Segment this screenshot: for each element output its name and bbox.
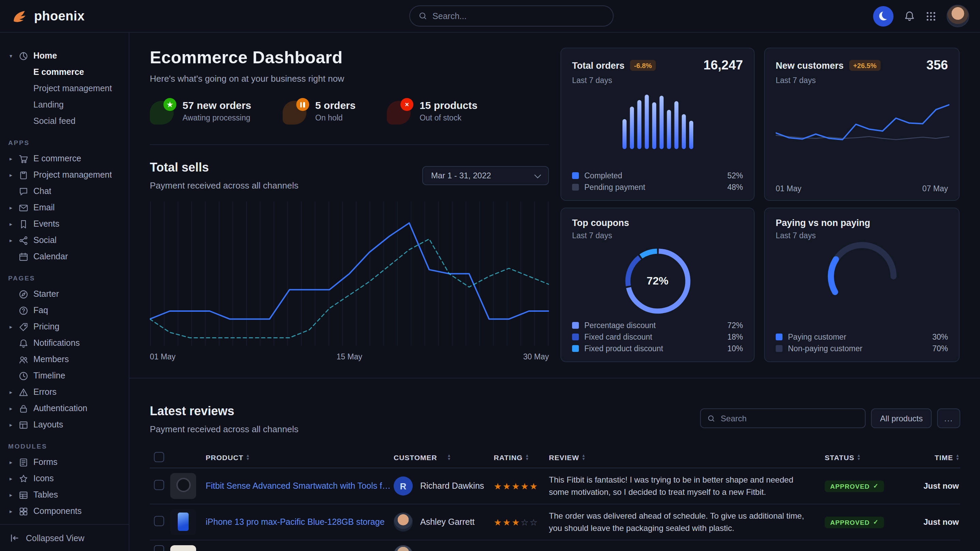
column-header-rating[interactable]: RATING▴▾ [494, 453, 549, 461]
user-avatar[interactable] [947, 5, 969, 27]
star-icon: ★ [494, 517, 503, 527]
brand[interactable]: phoenix [11, 8, 85, 24]
sidebar-item-components[interactable]: ▸Components [8, 503, 121, 519]
sidebar-item-members[interactable]: Members [8, 351, 121, 368]
legend-value: 70% [932, 344, 948, 352]
total-sells-x-axis: 01 May 15 May 30 May [150, 353, 549, 361]
sidebar-item-faq[interactable]: Faq [8, 302, 121, 319]
legend-color [572, 333, 579, 340]
chevron-right-icon: ▸ [8, 237, 14, 243]
customer-name: Ashley Garrett [420, 517, 475, 527]
clock-icon [18, 371, 29, 381]
select-all-checkbox[interactable] [154, 452, 164, 462]
product-link[interactable]: Fitbit Sense Advanced Smartwatch with To… [206, 481, 394, 491]
row-checkbox[interactable] [154, 516, 164, 526]
row-checkbox[interactable] [154, 480, 164, 490]
sidebar-nav: ▾HomeE commerceProject managementLanding… [0, 33, 129, 524]
out-of-stock-icon: × [387, 101, 410, 125]
sidebar-subitem-e-commerce[interactable]: E commerce [8, 64, 121, 80]
chevron-right-icon: ▸ [8, 508, 14, 514]
orders-legend: Completed 52% Pending payment 48% [572, 170, 743, 193]
sort-icon: ▴▾ [582, 454, 585, 460]
legend-color [572, 322, 579, 329]
sidebar-subitem-landing[interactable]: Landing [8, 97, 121, 113]
legend-color [572, 172, 579, 179]
sidebar-item-timeline[interactable]: Timeline [8, 368, 121, 384]
main-content: Ecommerce Dashboard Here's what's going … [129, 33, 980, 551]
more-options-button[interactable]: ... [937, 408, 960, 428]
sidebar-item-e-commerce[interactable]: ▸E commerce [8, 151, 121, 167]
reviews-search-input[interactable] [721, 413, 858, 423]
column-header-customer[interactable]: CUSTOMER▴▾ [394, 453, 494, 461]
sidebar-item-home[interactable]: ▾Home [8, 48, 121, 64]
column-header-review[interactable]: REVIEW▴▾ [549, 453, 825, 461]
paying-gauge-svg [818, 237, 906, 300]
sidebar-item-project-management[interactable]: ▸Project management [8, 167, 121, 183]
sidebar-subitem-project-management[interactable]: Project management [8, 80, 121, 97]
sidebar-item-social[interactable]: ▸Social [8, 232, 121, 248]
sidebar-subitem-social-feed[interactable]: Social feed [8, 113, 121, 129]
sidebar-item-forms[interactable]: ▸Forms [8, 454, 121, 470]
pie-chart-icon [18, 51, 29, 61]
total-sells-chart [150, 200, 549, 350]
customer-avatar [394, 513, 413, 532]
legend-color [572, 183, 579, 190]
sidebar-item-errors[interactable]: ▸Errors [8, 384, 121, 400]
forms-icon [18, 457, 29, 467]
sidebar-item-pricing[interactable]: ▸Pricing [8, 319, 121, 335]
table-header: PRODUCT▴▾ CUSTOMER▴▾ RATING▴▾ REVIEW▴▾ S… [150, 446, 960, 468]
check-icon: ✓ [873, 519, 878, 526]
sidebar-item-email[interactable]: ▸Email [8, 199, 121, 216]
sidebar-item-starter[interactable]: Starter [8, 286, 121, 302]
sidebar-item-tables[interactable]: ▸Tables [8, 487, 121, 503]
legend-value: 10% [727, 344, 743, 352]
card-title: New customers [776, 60, 844, 70]
customer-avatar: R [394, 476, 413, 495]
sidebar-section-label-modules: MODULES [8, 442, 121, 450]
reviews-search[interactable] [700, 408, 866, 428]
apps-grid-button[interactable] [926, 11, 936, 21]
stat-value: 57 new orders [183, 99, 251, 111]
total-orders-card: Total orders -6.8% 16,247 Last 7 days Co… [560, 48, 754, 201]
legend-label: Non-paying customer [788, 344, 862, 352]
all-products-button[interactable]: All products [871, 408, 932, 428]
paying-legend: Paying customer 30% Non-paying customer … [776, 331, 948, 354]
share-icon [18, 235, 29, 245]
column-header-time[interactable]: TIME▴▾ [909, 453, 960, 461]
sidebar-item-calendar[interactable]: Calendar [8, 248, 121, 265]
collapse-sidebar-button[interactable]: Collapsed View [0, 524, 129, 551]
legend-value: 48% [727, 183, 743, 191]
date-range-select[interactable]: Mar 1 - 31, 2022 [422, 166, 549, 185]
legend-label: Pending payment [584, 183, 645, 191]
top-navbar: phoenix [0, 0, 980, 33]
reviews-table: PRODUCT▴▾ CUSTOMER▴▾ RATING▴▾ REVIEW▴▾ S… [150, 446, 960, 551]
status-badge: APPROVED✓ [825, 516, 884, 528]
row-checkbox[interactable] [154, 545, 164, 551]
sort-icon: ▴▾ [247, 454, 249, 460]
legend-item: Pending payment 48% [572, 181, 743, 193]
x-icon: × [401, 98, 414, 111]
column-header-status[interactable]: STATUS▴▾ [825, 453, 909, 461]
global-search[interactable] [409, 5, 614, 27]
legend-item: Fixed product discount 10% [572, 342, 743, 354]
chevron-right-icon: ▸ [8, 156, 14, 162]
global-search-input[interactable] [433, 11, 604, 21]
product-link[interactable]: iPhone 13 pro max-Pacific Blue-128GB sto… [206, 517, 385, 527]
sidebar-item-authentication[interactable]: ▸Authentication [8, 400, 121, 416]
x-tick: 01 May [776, 184, 801, 193]
notifications-button[interactable] [904, 10, 915, 22]
stat-out-of-stock: × 15 products Out of stock [387, 99, 477, 144]
sidebar-item-notifications[interactable]: Notifications [8, 335, 121, 351]
sidebar-item-events[interactable]: ▸Events [8, 216, 121, 232]
sidebar-item-chat[interactable]: Chat [8, 183, 121, 199]
column-header-product[interactable]: PRODUCT▴▾ [167, 453, 394, 461]
sidebar-item-layouts[interactable]: ▸Layouts [8, 416, 121, 433]
rating-stars: ★★★★★ [494, 481, 549, 491]
theme-toggle-button[interactable] [873, 6, 894, 26]
stat-new-orders: ★ 57 new orders Awating processing [150, 99, 251, 144]
phoenix-logo-icon [11, 8, 29, 24]
tag-icon [18, 322, 29, 332]
pause-icon [296, 98, 309, 111]
sidebar-item-icons[interactable]: ▸Icons [8, 470, 121, 487]
legend-item: Completed 52% [572, 170, 743, 181]
